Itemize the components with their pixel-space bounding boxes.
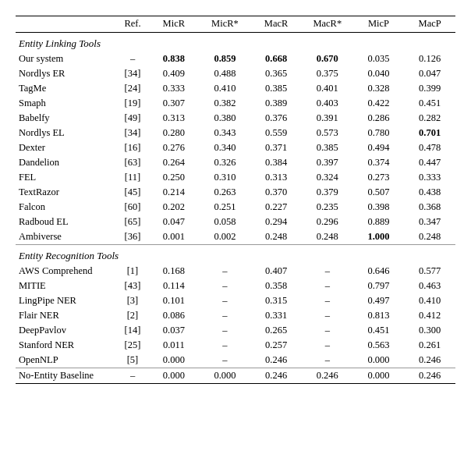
cell-macr: 0.365 xyxy=(250,66,302,81)
cell-macp: 0.451 xyxy=(404,96,455,111)
cell-name: FEL xyxy=(16,170,117,185)
cell-ref: [14] xyxy=(117,323,148,338)
cell-micrs: 0.859 xyxy=(200,52,251,66)
cell-macrs: 0.670 xyxy=(302,52,353,66)
cell-macrs: 0.397 xyxy=(302,155,353,170)
cell-macrs: 0.573 xyxy=(302,126,353,140)
cell-macp: 0.047 xyxy=(404,66,455,81)
cell-macr: 0.294 xyxy=(250,215,302,229)
cell-name: Nordlys ER xyxy=(16,66,117,81)
col-micp: MicP xyxy=(353,16,405,33)
cell-macrs: 0.391 xyxy=(302,111,353,126)
cell-micr: 0.409 xyxy=(148,66,200,81)
cell-ref: – xyxy=(117,52,148,66)
cell-name: Dandelion xyxy=(16,155,117,170)
cell-macr: 0.407 xyxy=(250,264,302,279)
cell-ref: [60] xyxy=(117,200,148,215)
cell-ref: [19] xyxy=(117,96,148,111)
cell-micrs: – xyxy=(200,338,251,353)
cell-macr: 0.384 xyxy=(250,155,302,170)
cell-macp: 0.447 xyxy=(404,155,455,170)
section-title: Entity Linking Tools xyxy=(16,33,455,52)
cell-macp: 0.577 xyxy=(404,264,455,279)
cell-macrs: 0.296 xyxy=(302,215,353,229)
cell-micrs: – xyxy=(200,293,251,308)
cell-micp: 0.040 xyxy=(353,66,405,81)
cell-micp: 0.422 xyxy=(353,96,405,111)
cell-macp: 0.438 xyxy=(404,185,455,200)
cell-micr: 0.333 xyxy=(148,81,200,96)
cell-ref: [63] xyxy=(117,155,148,170)
cell-micr: 0.114 xyxy=(148,279,200,293)
cell-name: Babelfy xyxy=(16,111,117,126)
results-table: Ref. MicR MicR* MacR MacR* MicP MacP Ent… xyxy=(16,16,455,384)
cell-micp: 0.273 xyxy=(353,170,405,185)
cell-macrs: 0.248 xyxy=(302,229,353,245)
cell-micp: 0.000 xyxy=(353,368,405,384)
table-row: TextRazor[45]0.2140.2630.3700.3790.5070.… xyxy=(16,185,455,200)
cell-micrs: 0.326 xyxy=(200,155,251,170)
cell-name: DeepPavlov xyxy=(16,323,117,338)
cell-ref: – xyxy=(117,368,148,384)
col-macr: MacR xyxy=(250,16,302,33)
cell-macrs: 0.379 xyxy=(302,185,353,200)
cell-macr: 0.246 xyxy=(250,368,302,384)
cell-micrs: – xyxy=(200,308,251,323)
cell-micr: 0.011 xyxy=(148,338,200,353)
cell-micp: 1.000 xyxy=(353,229,405,245)
cell-micr: 0.000 xyxy=(148,353,200,368)
col-micrs: MicR* xyxy=(200,16,251,33)
cell-micp: 0.328 xyxy=(353,81,405,96)
cell-micrs: 0.263 xyxy=(200,185,251,200)
cell-micp: 0.494 xyxy=(353,140,405,155)
cell-micp: 0.398 xyxy=(353,200,405,215)
table-row: Flair NER[2]0.086–0.331–0.8130.412 xyxy=(16,308,455,323)
cell-micrs: 0.343 xyxy=(200,126,251,140)
cell-macr: 0.370 xyxy=(250,185,302,200)
cell-ref: [45] xyxy=(117,185,148,200)
table-header: Ref. MicR MicR* MacR MacR* MicP MacP xyxy=(16,16,455,33)
table-row: Babelfy[49]0.3130.3800.3760.3910.2860.28… xyxy=(16,111,455,126)
cell-micp: 0.780 xyxy=(353,126,405,140)
cell-macr: 0.376 xyxy=(250,111,302,126)
cell-micr: 0.086 xyxy=(148,308,200,323)
cell-macrs: – xyxy=(302,279,353,293)
cell-micr: 0.168 xyxy=(148,264,200,279)
cell-ref: [1] xyxy=(117,264,148,279)
table-row: Our system–0.8380.8590.6680.6700.0350.12… xyxy=(16,52,455,66)
cell-macrs: 0.385 xyxy=(302,140,353,155)
table-row: Nordlys ER[34]0.4090.4880.3650.3750.0400… xyxy=(16,66,455,81)
cell-micrs: 0.058 xyxy=(200,215,251,229)
cell-macr: 0.385 xyxy=(250,81,302,96)
cell-macp: 0.333 xyxy=(404,170,455,185)
cell-ref: [11] xyxy=(117,170,148,185)
cell-micr: 0.264 xyxy=(148,155,200,170)
cell-macp: 0.701 xyxy=(404,126,455,140)
table-row: FEL[11]0.2500.3100.3130.3240.2730.333 xyxy=(16,170,455,185)
table-row: Smaph[19]0.3070.3820.3890.4030.4220.451 xyxy=(16,96,455,111)
table-row: LingPipe NER[3]0.101–0.315–0.4970.410 xyxy=(16,293,455,308)
cell-name: Ambiverse xyxy=(16,229,117,245)
cell-micp: 0.813 xyxy=(353,308,405,323)
cell-micrs: 0.002 xyxy=(200,229,251,245)
cell-micp: 0.374 xyxy=(353,155,405,170)
cell-micp: 0.035 xyxy=(353,52,405,66)
cell-micp: 0.286 xyxy=(353,111,405,126)
cell-macr: 0.371 xyxy=(250,140,302,155)
table-row: TagMe[24]0.3330.4100.3850.4010.3280.399 xyxy=(16,81,455,96)
cell-micp: 0.797 xyxy=(353,279,405,293)
cell-macr: 0.265 xyxy=(250,323,302,338)
cell-macr: 0.559 xyxy=(250,126,302,140)
col-name xyxy=(16,16,117,33)
cell-micrs: – xyxy=(200,353,251,368)
cell-micp: 0.497 xyxy=(353,293,405,308)
cell-macrs: – xyxy=(302,353,353,368)
cell-ref: [25] xyxy=(117,338,148,353)
cell-ref: [49] xyxy=(117,111,148,126)
cell-micrs: 0.340 xyxy=(200,140,251,155)
table-row: MITIE[43]0.114–0.358–0.7970.463 xyxy=(16,279,455,293)
cell-macp: 0.463 xyxy=(404,279,455,293)
table-row: Nordlys EL[34]0.2800.3430.5590.5730.7800… xyxy=(16,126,455,140)
cell-micrs: 0.251 xyxy=(200,200,251,215)
table-row: Stanford NER[25]0.011–0.257–0.5630.261 xyxy=(16,338,455,353)
